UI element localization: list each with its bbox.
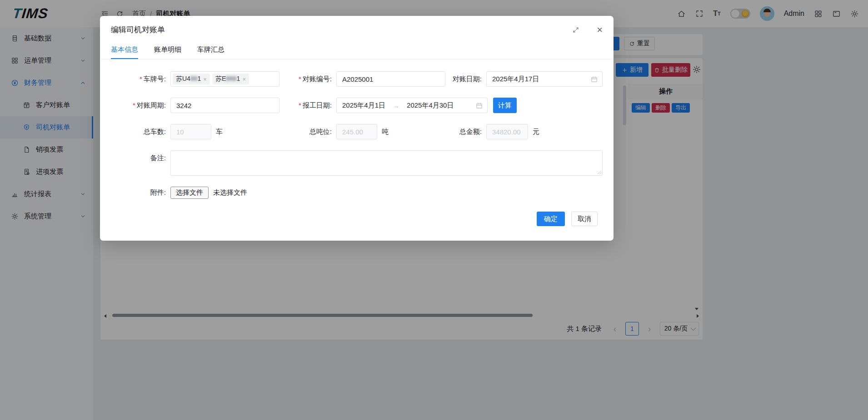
file-status-text: 未选择文件: [213, 188, 247, 197]
total-vehicles-label: 总车数:: [111, 128, 170, 136]
period-input[interactable]: 3242: [170, 98, 279, 113]
recon-no-input[interactable]: A2025001: [336, 71, 445, 87]
recon-date-label: 对账日期:: [445, 75, 486, 84]
modal-close-icon[interactable]: ×: [597, 25, 603, 35]
modal-form: *车牌号: 苏U4881 × 苏E8881 × *对账编号: A2025001 …: [111, 71, 603, 199]
resize-handle[interactable]: [597, 170, 601, 174]
tab-plate-summary[interactable]: 车牌汇总: [197, 41, 224, 59]
tag-close-icon[interactable]: ×: [203, 76, 207, 83]
tab-bill-detail[interactable]: 账单明细: [154, 41, 181, 59]
confirm-button[interactable]: 确定: [537, 212, 565, 226]
work-date-label: *报工日期:: [279, 101, 336, 110]
modal-tabs: 基本信息 账单明细 车牌汇总: [100, 41, 614, 59]
tag-close-icon[interactable]: ×: [242, 76, 246, 83]
calendar-icon: [591, 76, 598, 83]
cancel-button[interactable]: 取消: [571, 212, 598, 226]
plate-multiselect[interactable]: 苏U4881 × 苏E8881 ×: [170, 71, 279, 87]
recon-date-picker[interactable]: 2025年4月17日: [486, 71, 603, 87]
remark-label: 备注:: [111, 150, 170, 163]
plate-tag: 苏E8881 ×: [212, 74, 249, 84]
period-label: *对账周期:: [111, 101, 170, 110]
total-tonnage-label: 总吨位:: [279, 128, 336, 136]
unit-ton: 吨: [382, 128, 389, 136]
unit-yuan: 元: [533, 128, 539, 136]
remark-textarea[interactable]: [170, 150, 603, 176]
range-arrow-icon: →: [393, 102, 399, 109]
plate-tag: 苏U4881 ×: [173, 74, 210, 84]
choose-file-button[interactable]: 选择文件: [170, 187, 209, 199]
total-vehicles-input: 10: [170, 124, 211, 139]
recon-no-label: *对账编号:: [279, 75, 336, 84]
tab-basic-info[interactable]: 基本信息: [111, 41, 138, 59]
total-amount-label: 总金额:: [445, 128, 486, 136]
plate-label: *车牌号:: [111, 75, 170, 84]
attachment-label: 附件:: [111, 188, 170, 197]
total-amount-input: 34820.00: [486, 124, 528, 139]
edit-driver-statement-modal: 编辑司机对账单 × 基本信息 账单明细 车牌汇总 *车牌号: 苏U4881 × …: [100, 16, 614, 241]
work-date-range-picker[interactable]: 2025年4月1日 → 2025年4月30日: [336, 98, 488, 113]
unit-vehicle: 车: [216, 128, 223, 136]
calendar-icon: [476, 102, 483, 109]
modal-expand-icon[interactable]: [572, 26, 579, 34]
calculate-button[interactable]: 计算: [493, 98, 517, 113]
total-tonnage-input: 245.00: [336, 124, 377, 139]
modal-title: 编辑司机对账单: [111, 25, 165, 35]
